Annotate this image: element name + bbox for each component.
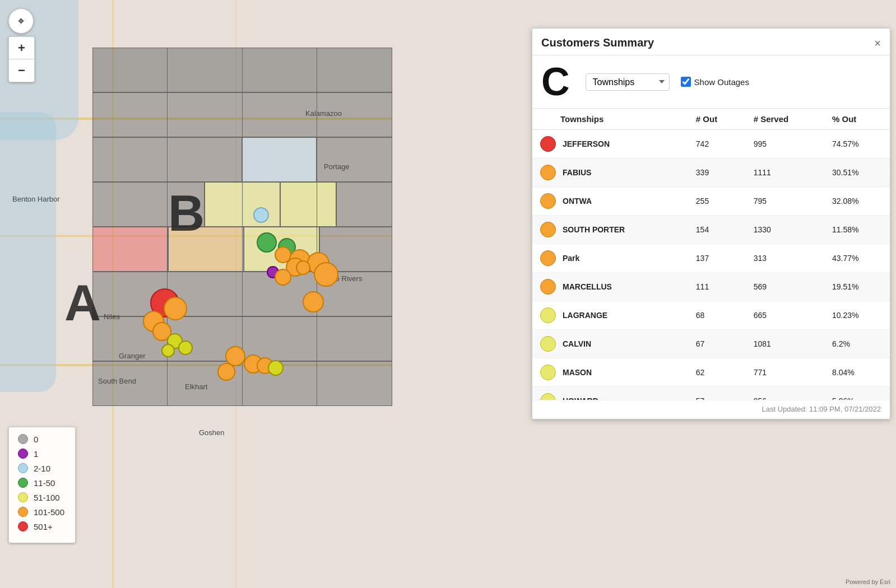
- table-row[interactable]: MARCELLUS 11156919.51%: [532, 273, 890, 301]
- col-served: # Served: [746, 109, 824, 130]
- table-row[interactable]: SOUTH PORTER 154133011.58%: [532, 216, 890, 244]
- legend-label-1: 1: [34, 449, 38, 459]
- cell-served: 956: [746, 387, 824, 400]
- cell-out: 339: [688, 158, 746, 187]
- cell-served: 1111: [746, 158, 824, 187]
- cell-pct: 5.96%: [824, 387, 890, 400]
- row-name: MARCELLUS: [563, 282, 612, 291]
- city-elkhart: Elkhart: [185, 382, 207, 391]
- cell-name: FABIUS: [532, 158, 688, 187]
- map-dot: [303, 291, 324, 312]
- cell-served: 313: [746, 244, 824, 273]
- cell-name: CALVIN: [532, 330, 688, 358]
- c-logo: C: [541, 62, 570, 101]
- cell-pct: 8.04%: [824, 358, 890, 387]
- table-row[interactable]: FABIUS 339111130.51%: [532, 158, 890, 187]
- table-row[interactable]: MASON 627718.04%: [532, 358, 890, 387]
- township-select[interactable]: Townships Counties Substations Circuits: [586, 73, 670, 91]
- legend-item-2-10: 2-10: [18, 463, 66, 473]
- esri-attribution: Powered by Esri: [846, 578, 890, 585]
- legend-item-1: 1: [18, 449, 66, 459]
- legend-item-101-500: 101-500: [18, 507, 66, 517]
- cell-name: ONTWA: [532, 187, 688, 216]
- city-benton-harbor: Benton Harbor: [12, 195, 60, 203]
- close-button[interactable]: ×: [874, 38, 881, 49]
- row-dot: [540, 222, 556, 237]
- row-dot: [540, 136, 556, 152]
- table-row[interactable]: CALVIN 6710816.2%: [532, 330, 890, 358]
- table-row[interactable]: Park 13731343.77%: [532, 244, 890, 273]
- map-dot: [257, 232, 277, 253]
- cell-out: 62: [688, 358, 746, 387]
- map-dot: [268, 360, 284, 376]
- cell-name: LAGRANGE: [532, 301, 688, 330]
- row-dot: [540, 250, 556, 266]
- city-goshen: Goshen: [199, 428, 225, 437]
- show-outages-text: Show Outages: [694, 77, 749, 87]
- compass-button[interactable]: ⌖: [8, 8, 34, 34]
- legend-label-51-100: 51-100: [34, 493, 60, 502]
- cell-pct: 43.77%: [824, 244, 890, 273]
- panel-controls: C Townships Counties Substations Circuit…: [532, 55, 890, 109]
- cell-pct: 30.51%: [824, 158, 890, 187]
- cell-pct: 19.51%: [824, 273, 890, 301]
- panel-header: Customers Summary ×: [532, 29, 890, 55]
- zoom-controls: + −: [8, 36, 35, 82]
- map-controls: ⌖ + −: [8, 8, 35, 82]
- data-table-wrapper[interactable]: Townships # Out # Served % Out JEFFERSON…: [532, 109, 890, 400]
- cell-name: JEFFERSON: [532, 130, 688, 158]
- legend-dot-101-500: [18, 507, 28, 517]
- row-name: FABIUS: [563, 168, 591, 177]
- row-name: CALVIN: [563, 339, 591, 348]
- show-outages-checkbox[interactable]: [681, 77, 691, 87]
- cell-out: 68: [688, 301, 746, 330]
- legend-item-51-100: 51-100: [18, 492, 66, 502]
- row-name: LAGRANGE: [563, 311, 607, 320]
- legend-label-2-10: 2-10: [34, 464, 50, 473]
- cell-served: 569: [746, 273, 824, 301]
- table-row[interactable]: ONTWA 25579532.08%: [532, 187, 890, 216]
- legend-item-501-plus: 501+: [18, 521, 66, 531]
- cell-served: 771: [746, 358, 824, 387]
- map-dot: [164, 297, 187, 320]
- cell-out: 137: [688, 244, 746, 273]
- table-body: JEFFERSON 74299574.57% FABIUS 339111130.…: [532, 130, 890, 400]
- table-row[interactable]: LAGRANGE 6866510.23%: [532, 301, 890, 330]
- panel-title: Customers Summary: [541, 36, 654, 49]
- cell-out: 255: [688, 187, 746, 216]
- map-dot: [296, 260, 310, 275]
- zoom-in-button[interactable]: +: [9, 37, 34, 59]
- legend-item-11-50: 11-50: [18, 478, 66, 488]
- table-row[interactable]: JEFFERSON 74299574.57%: [532, 130, 890, 158]
- city-south-bend: South Bend: [98, 377, 136, 385]
- row-name: ONTWA: [563, 197, 592, 206]
- cell-served: 1330: [746, 216, 824, 244]
- map-dot: [161, 344, 175, 357]
- legend-label-11-50: 11-50: [34, 478, 55, 488]
- legend-label-101-500: 101-500: [34, 507, 64, 517]
- row-dot: [540, 307, 556, 323]
- cell-served: 665: [746, 301, 824, 330]
- cell-pct: 10.23%: [824, 301, 890, 330]
- show-outages-label[interactable]: Show Outages: [681, 77, 749, 87]
- row-name: Park: [563, 254, 579, 263]
- map-dot: [253, 207, 269, 223]
- map-label-a: A: [64, 274, 101, 332]
- row-dot: [540, 336, 556, 352]
- map-legend: 0 1 2-10 11-50 51-100 101-500 501+: [8, 427, 76, 543]
- legend-item-0: 0: [18, 434, 66, 444]
- cell-served: 995: [746, 130, 824, 158]
- zoom-out-button[interactable]: −: [9, 59, 34, 82]
- row-dot: [540, 279, 556, 295]
- cell-out: 154: [688, 216, 746, 244]
- legend-label-0: 0: [34, 435, 38, 444]
- row-dot: [540, 165, 556, 180]
- city-granger: Granger: [119, 352, 146, 360]
- cell-name: MARCELLUS: [532, 273, 688, 301]
- cell-pct: 74.57%: [824, 130, 890, 158]
- legend-dot-2-10: [18, 463, 28, 473]
- last-updated: Last Updated: 11:09 PM, 07/21/2022: [532, 400, 890, 419]
- table-row[interactable]: HOWARD 579565.96%: [532, 387, 890, 400]
- row-name: MASON: [563, 368, 592, 377]
- cell-pct: 32.08%: [824, 187, 890, 216]
